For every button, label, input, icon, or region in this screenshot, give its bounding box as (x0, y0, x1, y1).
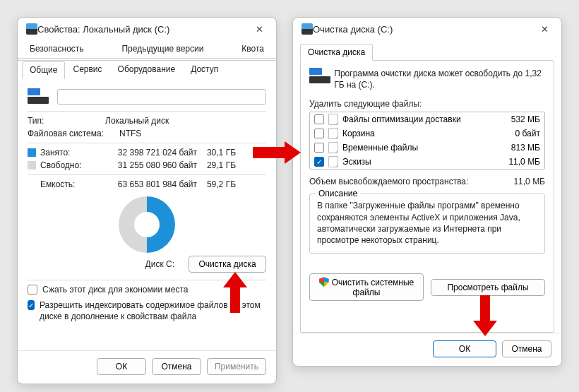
index-label: Разрешить индексировать содержимое файло… (40, 300, 266, 322)
file-name: Эскизы (342, 157, 491, 167)
type-value: Локальный диск (105, 116, 169, 126)
ok-button[interactable]: ОК (97, 358, 146, 375)
file-name: Корзина (342, 129, 491, 138)
file-size: 813 МБ (491, 143, 540, 153)
drive-icon (26, 23, 37, 35)
free-label: Свободно: (40, 160, 105, 170)
cleanup-buttons: ОК Отмена (293, 333, 561, 366)
titlebar[interactable]: Очистка диска (C:) ✕ (293, 18, 561, 39)
tab-sharing[interactable]: Доступ (183, 61, 226, 78)
filesystem-label: Файловая система: (28, 129, 119, 138)
tab-security[interactable]: Безопасность (22, 40, 92, 58)
tab-tools[interactable]: Сервис (65, 61, 109, 78)
capacity-bytes: 63 653 801 984 байт (105, 179, 197, 189)
properties-window: Свойства: Локальный диск (C:) ✕ Безопасн… (17, 17, 277, 384)
free-bytes: 31 255 080 960 байт (105, 160, 197, 170)
window-title: Свойства: Локальный диск (C:) (37, 24, 251, 35)
intro-text: Программа очистки диска может освободить… (334, 68, 545, 90)
file-checkbox[interactable] (314, 129, 324, 138)
file-size: 11,0 МБ (491, 157, 540, 167)
cancel-button[interactable]: Отмена (152, 358, 201, 375)
compress-label: Сжать этот диск для экономии места (42, 285, 188, 295)
drive-icon-large (309, 68, 327, 85)
properties-body: Тип:Локальный диск Файловая система:NTFS… (18, 78, 276, 350)
titlebar[interactable]: Свойства: Локальный диск (C:) ✕ (18, 18, 276, 39)
delete-files-label: Удалить следующие файлы: (309, 99, 545, 109)
file-icon (328, 114, 338, 125)
free-human: 29,1 ГБ (197, 160, 236, 170)
used-swatch (28, 148, 36, 157)
used-label: Занято: (40, 148, 105, 158)
file-size: 0 байт (491, 129, 540, 138)
window-title: Очистка диска (C:) (313, 24, 536, 35)
properties-buttons: ОК Отмена Применить (18, 350, 276, 384)
file-row[interactable]: Временные файлы 813 МБ (310, 141, 544, 155)
capacity-label: Емкость: (40, 179, 105, 189)
file-icon (328, 128, 338, 139)
file-row[interactable]: ✓ Эскизы 11,0 МБ (310, 155, 544, 169)
tab-previous-versions[interactable]: Предыдущие версии (92, 40, 234, 58)
index-checkbox[interactable]: ✓ (28, 300, 35, 310)
description-legend: Описание (316, 189, 360, 198)
free-swatch (28, 161, 36, 170)
tab-quota[interactable]: Квота (234, 40, 272, 58)
close-icon[interactable]: ✕ (251, 24, 268, 35)
tabs-row-top: Безопасность Предыдущие версии Квота (18, 40, 276, 59)
filesystem-value: NTFS (119, 129, 141, 138)
type-label: Тип: (28, 116, 105, 126)
disk-usage-donut (119, 196, 175, 253)
gain-value: 11,0 МБ (513, 177, 545, 186)
clean-system-files-label: Очистить системные файлы (332, 278, 414, 297)
file-checkbox[interactable] (314, 114, 324, 124)
description-text: В папке "Загруженные файлы программ" вре… (317, 201, 520, 245)
gain-label: Объем высвобождаемого пространства: (309, 177, 513, 186)
clean-system-files-button[interactable]: Очистить системные файлы (309, 273, 424, 301)
tab-strip: Очистка диска (293, 39, 561, 60)
file-row[interactable]: Файлы оптимизации доставки 532 МБ (310, 112, 544, 126)
cleanup-window: Очистка диска (C:) ✕ Очистка диска Прогр… (292, 17, 562, 367)
capacity-human: 59,2 ГБ (197, 179, 236, 189)
disk-cleanup-button[interactable]: Очистка диска (189, 256, 266, 273)
ok-button[interactable]: ОК (433, 340, 496, 357)
file-name: Файлы оптимизации доставки (342, 114, 491, 124)
view-files-button[interactable]: Просмотреть файлы (431, 279, 545, 296)
drive-icon-large (28, 88, 49, 105)
tab-hardware[interactable]: Оборудование (110, 61, 184, 78)
cleanup-panel: Программа очистки диска может освободить… (300, 60, 554, 333)
close-icon[interactable]: ✕ (536, 24, 553, 35)
tabs-row-bottom: Общие Сервис Оборудование Доступ (18, 60, 276, 78)
tab-cleanup[interactable]: Очистка диска (300, 44, 373, 61)
cancel-button[interactable]: Отмена (502, 340, 551, 357)
file-row[interactable]: Корзина 0 байт (310, 126, 544, 141)
description-group: Описание В папке "Загруженные файлы прог… (309, 194, 545, 254)
used-bytes: 32 398 721 024 байт (105, 148, 197, 158)
shield-icon (319, 277, 329, 287)
disk-label: Диск C: (145, 259, 174, 269)
file-list[interactable]: Файлы оптимизации доставки 532 МБ Корзин… (309, 112, 545, 170)
file-icon (328, 142, 338, 153)
tab-general[interactable]: Общие (22, 61, 65, 79)
file-name: Временные файлы (342, 143, 491, 153)
file-checkbox[interactable] (314, 143, 324, 153)
compress-checkbox[interactable] (28, 285, 37, 295)
apply-button[interactable]: Применить (207, 358, 266, 375)
used-human: 30,1 ГБ (197, 148, 236, 158)
file-size: 532 МБ (491, 114, 540, 124)
file-checkbox[interactable]: ✓ (314, 157, 324, 167)
drive-name-input[interactable] (57, 89, 266, 105)
file-icon (328, 156, 338, 167)
drive-icon (302, 23, 313, 35)
